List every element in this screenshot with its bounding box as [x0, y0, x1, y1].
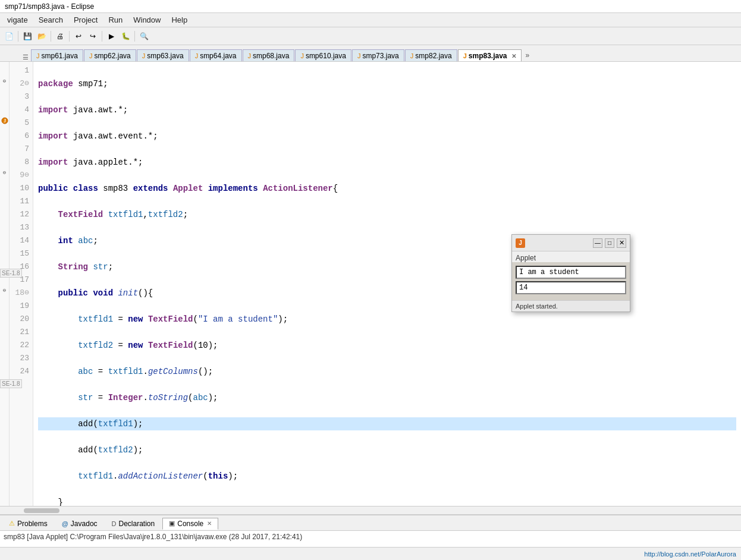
toolbar-sep-4: [102, 31, 102, 42]
horizontal-scrollbar[interactable]: [0, 506, 741, 514]
status-bar: http://blog.csdn.net/PolarAurora: [0, 547, 741, 560]
toolbar-run[interactable]: ▶: [105, 30, 118, 43]
tab-console[interactable]: ▣ Console ✕: [162, 518, 218, 530]
bottom-panel: ⚠ Problems @ Javadoc D Declaration ▣ Con…: [0, 514, 741, 547]
tab-smp62[interactable]: J smp62.java: [84, 49, 136, 61]
gutter-4: [0, 101, 9, 114]
tab-smp82[interactable]: J smp82.java: [405, 49, 457, 61]
applet-field1[interactable]: [516, 266, 626, 279]
toolbar-debug[interactable]: 🐛: [119, 30, 132, 43]
tab-javadoc[interactable]: @ Javadoc: [55, 518, 104, 530]
gutter-18[interactable]: ⊖: [0, 284, 9, 297]
toolbar: 📄 💾 📂 🖨 ↩ ↪ ▶ 🐛 🔍: [0, 27, 741, 45]
toolbar-undo[interactable]: ↩: [72, 30, 85, 43]
gutter-14: [0, 232, 9, 245]
view-menu[interactable]: ☰: [23, 54, 29, 61]
svg-text:J: J: [4, 118, 6, 124]
gutter-15: [0, 245, 9, 258]
menu-navigate[interactable]: vigate: [2, 14, 33, 26]
applet-status: Applet started.: [512, 300, 630, 312]
status-right: http://blog.csdn.net/PolarAurora: [644, 550, 736, 558]
bottom-tabs: ⚠ Problems @ Javadoc D Declaration ▣ Con…: [0, 515, 741, 531]
tab-overflow[interactable]: »: [522, 49, 533, 61]
gutter-5: J: [0, 114, 9, 127]
content-area: ⊖ J ⊖: [0, 62, 741, 514]
tab-smp73[interactable]: J smp73.java: [352, 49, 404, 61]
line-numbers: 1 2⊖ 3 4 5 6 7 8 9⊖ 10 11 12 13 14 15 16: [10, 62, 33, 506]
menu-bar: vigate Search Project Run Window Help: [0, 13, 741, 27]
applet-window[interactable]: J — □ ✕ Applet Applet started.: [511, 234, 630, 312]
tab-smp68[interactable]: J smp68.java: [243, 49, 295, 61]
menu-project[interactable]: Project: [69, 14, 102, 26]
menu-run[interactable]: Run: [103, 14, 127, 26]
main-area: ☰ J smp61.java J smp62.java J smp63.java…: [0, 45, 741, 560]
editor-tabs: ☰ J smp61.java J smp62.java J smp63.java…: [0, 45, 741, 62]
gutter-12: [0, 206, 9, 219]
toolbar-sep-3: [69, 31, 70, 42]
tab-smp64[interactable]: J smp64.java: [190, 49, 242, 61]
gutter-22: [0, 336, 9, 350]
left-gutter: ⊖ J ⊖: [0, 62, 10, 506]
toolbar-redo[interactable]: ↪: [86, 30, 99, 43]
toolbar-sep-2: [51, 31, 51, 42]
toolbar-sep-1: [18, 31, 18, 42]
applet-minimize-button[interactable]: —: [593, 238, 602, 248]
gutter-13: [0, 219, 9, 232]
hscroll-thumb[interactable]: [24, 508, 59, 513]
tab-smp63[interactable]: J smp63.java: [137, 49, 189, 61]
gutter-7: [0, 140, 9, 153]
gutter-10: [0, 180, 9, 193]
gutter-6: [0, 127, 9, 140]
gutter-8: [0, 153, 9, 166]
jre-indicator-2: SE-1.8: [0, 379, 22, 388]
gutter-20: [0, 310, 9, 323]
gutter-3: [0, 88, 9, 101]
toolbar-search[interactable]: 🔍: [137, 30, 150, 43]
code-content[interactable]: package smp71; import java.awt.*; import…: [33, 62, 741, 506]
tab-smp610[interactable]: J smp610.java: [295, 49, 351, 61]
tab-problems[interactable]: ⚠ Problems: [2, 518, 54, 530]
toolbar-sep-5: [134, 31, 135, 42]
gutter-1: [0, 62, 9, 75]
gutter-2[interactable]: ⊖: [0, 75, 9, 88]
gutter-21: [0, 323, 9, 336]
applet-restore-button[interactable]: □: [605, 238, 614, 248]
tab-smp83[interactable]: J smp83.java ✕: [458, 49, 522, 61]
gutter-11: [0, 193, 9, 206]
menu-window[interactable]: Window: [128, 14, 165, 26]
bottom-content: smp83 [Java Applet] C:\Program Files\Jav…: [0, 531, 741, 547]
gutter-23: [0, 350, 9, 363]
gutter-9[interactable]: ⊖: [0, 166, 9, 180]
applet-titlebar[interactable]: J — □ ✕: [512, 235, 630, 251]
menu-search[interactable]: Search: [34, 14, 68, 26]
applet-field2[interactable]: [516, 281, 626, 294]
gutter-19: [0, 297, 9, 310]
gutter-24: [0, 363, 9, 376]
tab-declaration[interactable]: D Declaration: [105, 518, 162, 530]
toolbar-saveall[interactable]: 📂: [35, 30, 48, 43]
window-title: smp71/smp83.java - Eclipse: [5, 2, 94, 11]
toolbar-save[interactable]: 💾: [21, 30, 34, 43]
applet-close-button[interactable]: ✕: [617, 238, 626, 248]
applet-label: Applet: [512, 251, 630, 262]
tab-smp61[interactable]: J smp61.java: [31, 49, 83, 61]
jre-indicator-1: SE-1.8: [0, 269, 22, 278]
applet-body: [512, 262, 630, 300]
menu-help[interactable]: Help: [167, 14, 192, 26]
applet-icon: J: [516, 238, 525, 248]
tab-close-smp83[interactable]: ✕: [511, 53, 516, 59]
toolbar-print[interactable]: 🖨: [54, 30, 67, 43]
title-bar: smp71/smp83.java - Eclipse: [0, 0, 741, 13]
toolbar-new[interactable]: 📄: [2, 30, 15, 43]
